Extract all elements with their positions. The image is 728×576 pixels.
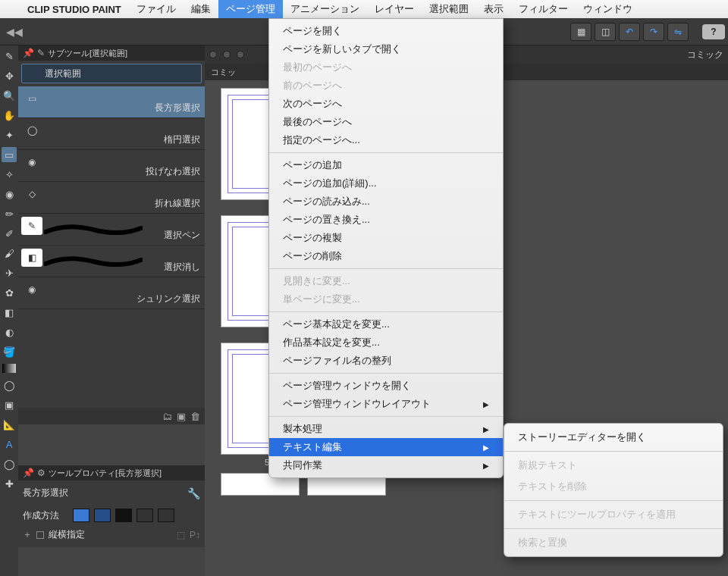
- method-new-icon[interactable]: [73, 509, 89, 522]
- mi-to-single: 単ページに変更...: [269, 290, 503, 308]
- pen-icon[interactable]: ✏: [2, 206, 17, 221]
- menu-window[interactable]: ウィンドウ: [576, 0, 640, 18]
- mi-change-work-settings[interactable]: 作品基本設定を変更...: [269, 333, 503, 352]
- mi-last-page[interactable]: 最後のページへ: [269, 113, 503, 131]
- mi-import-page[interactable]: ページの読み込み...: [269, 193, 503, 211]
- method-intersect-icon[interactable]: [136, 509, 153, 522]
- subtool-polyline-select[interactable]: ◇ 折れ線選択: [18, 182, 205, 214]
- menu-layer[interactable]: レイヤー: [367, 0, 422, 18]
- window-min-icon[interactable]: [223, 51, 231, 58]
- mi-collab[interactable]: 共同作業▶: [269, 456, 503, 474]
- collapse-left-icon[interactable]: ◀◀: [3, 26, 26, 38]
- tool-rotate-right-icon[interactable]: ↷: [643, 23, 664, 41]
- move-icon[interactable]: ✥: [2, 68, 17, 83]
- subtool-panel-title: サブツール[選択範囲]: [48, 48, 127, 59]
- window-max-icon[interactable]: [237, 51, 244, 58]
- method-add-icon[interactable]: [94, 509, 111, 522]
- stroke-preview-icon: [44, 256, 143, 267]
- toolprop-header[interactable]: 📌 ⚙ ツールプロパティ[長方形選択]: [18, 465, 205, 481]
- wand-icon[interactable]: ✧: [2, 167, 17, 182]
- smi-open-story-editor[interactable]: ストーリーエディターを開く: [504, 427, 723, 448]
- text-tool-icon[interactable]: A: [2, 437, 17, 452]
- help-button[interactable]: ?: [702, 24, 725, 39]
- subtool-label: 折れ線選択: [155, 197, 200, 210]
- aspect-val1-icon[interactable]: ⬚: [177, 530, 185, 540]
- ruler-icon[interactable]: 📐: [2, 417, 17, 432]
- tool-rotate-left-icon[interactable]: ↶: [619, 23, 640, 41]
- aspect-val2-icon[interactable]: P↕: [190, 530, 200, 540]
- shape-icon[interactable]: ◯: [2, 377, 17, 393]
- mi-open-page[interactable]: ページを開く: [269, 22, 503, 40]
- fill-icon[interactable]: 🪣: [2, 344, 17, 359]
- polyline-select-icon: ◇: [21, 185, 42, 203]
- subtool-ellipse-select[interactable]: ◯ 楕円選択: [18, 118, 205, 150]
- subtool-lasso-select[interactable]: ◉ 投げなわ選択: [18, 150, 205, 182]
- subtool-select-eraser[interactable]: ◧ 選択消し: [18, 246, 205, 277]
- footer-trash-icon[interactable]: 🗑: [190, 411, 200, 422]
- mi-open-page-manage-window[interactable]: ページ管理ウィンドウを開く: [269, 377, 503, 395]
- rect-select-icon: ▭: [21, 89, 42, 108]
- eyedropper-icon[interactable]: ◉: [2, 186, 17, 202]
- mi-change-page-settings[interactable]: ページ基本設定を変更...: [269, 315, 503, 333]
- subtool-list: ▭ 長方形選択 ◯ 楕円選択 ◉ 投げなわ選択 ◇ 折れ線選択 ✎ 選択ペン ◧…: [18, 86, 205, 309]
- mi-to-spread: 見開きに変更...: [269, 272, 503, 290]
- window-close-icon[interactable]: [209, 51, 217, 58]
- subtool-rect-select[interactable]: ▭ 長方形選択: [18, 86, 205, 118]
- menu-edit[interactable]: 編集: [184, 0, 218, 18]
- smi-apply-toolprop: テキストにツールプロパティを適用: [504, 504, 723, 525]
- method-sub-icon[interactable]: [115, 509, 132, 522]
- brush-icon[interactable]: ✎: [2, 49, 17, 64]
- mi-binding[interactable]: 製本処理▶: [269, 420, 503, 438]
- select-eraser-icon: ◧: [21, 249, 42, 267]
- footer-save-icon[interactable]: 🗂: [162, 411, 172, 422]
- checkbox-aspect[interactable]: [36, 531, 44, 539]
- mi-replace-page[interactable]: ページの置き換え...: [269, 211, 503, 229]
- hand-icon[interactable]: ✋: [2, 108, 17, 123]
- wrench-icon[interactable]: 🔧: [187, 487, 200, 499]
- submenu-arrow-icon: ▶: [483, 425, 489, 434]
- selection-tool-icon[interactable]: ▭: [2, 147, 17, 162]
- mi-delete-page[interactable]: ページの削除: [269, 247, 503, 265]
- select-pen-icon: ✎: [21, 217, 42, 235]
- subtool-active-tab[interactable]: 選択範囲: [21, 64, 202, 83]
- balloon-icon[interactable]: ◯: [2, 456, 17, 471]
- subtool-panel-header[interactable]: 📌 ✎ サブツール[選択範囲]: [18, 45, 205, 61]
- menu-file[interactable]: ファイル: [129, 0, 184, 18]
- frame-icon[interactable]: ▣: [2, 397, 17, 412]
- pencil-icon[interactable]: ✐: [2, 226, 17, 241]
- menu-selection[interactable]: 選択範囲: [422, 0, 476, 18]
- subtool-select-pen[interactable]: ✎ 選択ペン: [18, 214, 205, 246]
- mi-open-page-newtab[interactable]: ページを新しいタブで開く: [269, 40, 503, 58]
- airbrush-icon[interactable]: ✈: [2, 265, 17, 280]
- mi-sort-filenames[interactable]: ページファイル名の整列: [269, 352, 503, 370]
- expand-icon[interactable]: ＋: [23, 528, 32, 541]
- blend-icon[interactable]: ◐: [2, 324, 17, 340]
- menu-filter[interactable]: フィルター: [511, 0, 576, 18]
- mi-next-page[interactable]: 次のページへ: [269, 95, 503, 113]
- tool-marquee-icon[interactable]: ◫: [595, 23, 616, 41]
- mi-add-page[interactable]: ページの追加: [269, 156, 503, 174]
- brush2-icon[interactable]: 🖌: [2, 246, 17, 261]
- mi-dup-page[interactable]: ページの複製: [269, 229, 503, 247]
- mi-add-page-detail[interactable]: ページの追加(詳細)...: [269, 174, 503, 193]
- pin-icon: 📌: [23, 48, 34, 58]
- eraser-icon[interactable]: ◧: [2, 305, 17, 320]
- zoom-icon[interactable]: 🔍: [2, 88, 17, 103]
- toolprop-subtitle: 長方形選択: [23, 487, 68, 499]
- menu-animation[interactable]: アニメーション: [283, 0, 367, 18]
- menu-view[interactable]: 表示: [476, 0, 511, 18]
- menu-page-manage[interactable]: ページ管理: [218, 0, 283, 18]
- footer-new-icon[interactable]: ▣: [177, 411, 186, 422]
- doc-tab[interactable]: コミッ: [211, 67, 236, 78]
- gradient-icon[interactable]: [2, 364, 16, 373]
- mi-text-edit[interactable]: テキスト編集▶: [269, 438, 503, 456]
- correct-icon[interactable]: ✚: [2, 476, 17, 491]
- tool-flip-icon[interactable]: ⇋: [667, 23, 689, 41]
- mi-page-manage-layout[interactable]: ページ管理ウィンドウレイアウト▶: [269, 395, 503, 413]
- tool-grid-icon[interactable]: ▦: [570, 23, 592, 41]
- mi-goto-page[interactable]: 指定のページへ...: [269, 131, 503, 149]
- subtool-shrink-select[interactable]: ◉ シュリンク選択: [18, 277, 205, 309]
- decoration-icon[interactable]: ✿: [2, 285, 17, 300]
- transform-icon[interactable]: ✦: [2, 127, 17, 142]
- method-xor-icon[interactable]: [158, 509, 174, 522]
